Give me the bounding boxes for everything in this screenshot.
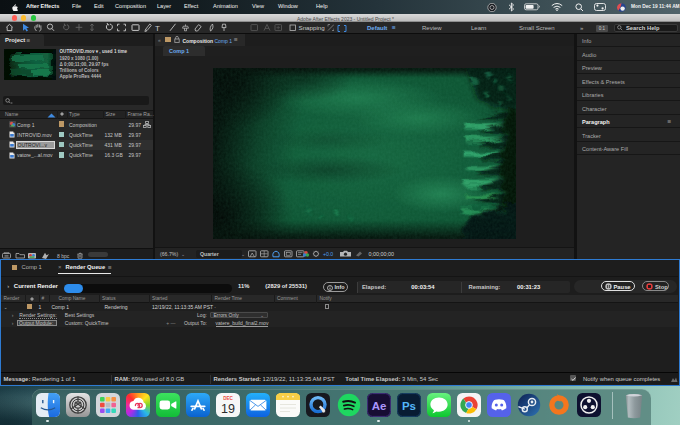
svg-text:19: 19: [221, 401, 235, 415]
svg-text:+0.0: +0.0: [323, 251, 333, 257]
svg-text:Ae: Ae: [371, 399, 386, 411]
svg-text:Snapping: Snapping: [299, 24, 326, 31]
svg-text:T: T: [155, 24, 160, 32]
svg-text:Ps: Ps: [402, 399, 416, 411]
svg-text:8 bpc: 8 bpc: [57, 252, 70, 258]
